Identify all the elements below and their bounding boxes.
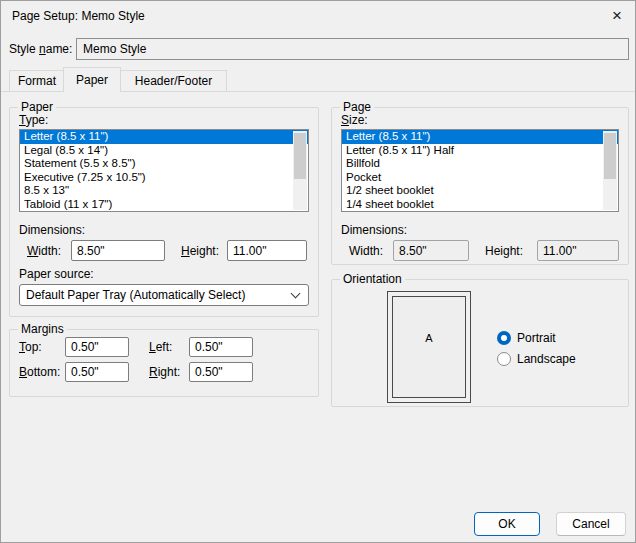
orientation-preview-page: A xyxy=(392,296,466,398)
margin-right-label: Right: xyxy=(149,365,180,379)
cancel-button[interactable]: Cancel xyxy=(556,512,626,536)
close-button[interactable]: × xyxy=(599,1,635,31)
list-item[interactable]: 8.5 x 13" xyxy=(20,184,308,198)
group-orientation: Orientation xyxy=(331,279,629,407)
paper-dimensions-label: Dimensions: xyxy=(19,223,85,237)
paper-type-scrollbar[interactable] xyxy=(293,131,307,210)
paper-width-input[interactable] xyxy=(71,240,165,261)
page-height-label: Height: xyxy=(485,244,523,258)
paper-height-label: Height: xyxy=(181,244,219,258)
margin-top-input[interactable] xyxy=(65,337,129,357)
page-height-input xyxy=(537,240,619,261)
page-size-scrollbar[interactable] xyxy=(603,131,617,210)
paper-source-value: Default Paper Tray (Automatically Select… xyxy=(26,285,245,305)
margin-top-label: Top: xyxy=(19,340,42,354)
titlebar: Page Setup: Memo Style × xyxy=(1,1,635,31)
paper-source-dropdown[interactable]: Default Paper Tray (Automatically Select… xyxy=(19,284,309,306)
landscape-radio[interactable] xyxy=(497,352,511,366)
margin-left-label: Left: xyxy=(149,340,172,354)
window-title: Page Setup: Memo Style xyxy=(12,9,145,23)
page-dimensions-label: Dimensions: xyxy=(341,223,407,237)
page-group-caption: Page xyxy=(340,100,374,114)
list-item[interactable]: Letter (8.5 x 11") xyxy=(342,130,618,144)
portrait-label[interactable]: Portrait xyxy=(517,331,556,345)
page-size-label: Size: xyxy=(341,113,368,127)
paper-source-label: Paper source: xyxy=(19,267,94,281)
list-item[interactable]: Tabloid (11 x 17") xyxy=(20,198,308,212)
tab-format[interactable]: Format xyxy=(9,70,65,91)
page-width-input xyxy=(393,240,469,261)
margin-bottom-input[interactable] xyxy=(65,362,129,382)
preview-letter: A xyxy=(425,332,432,344)
margin-left-input[interactable] xyxy=(189,337,253,357)
list-item[interactable]: Letter (8.5 x 11") xyxy=(20,130,308,144)
list-item[interactable]: 1/4 sheet booklet xyxy=(342,198,618,212)
orientation-preview: A xyxy=(387,291,471,403)
tab-paper[interactable]: Paper xyxy=(63,67,121,92)
margin-right-input[interactable] xyxy=(189,362,253,382)
page-size-listbox[interactable]: Letter (8.5 x 11") Letter (8.5 x 11") Ha… xyxy=(341,129,619,212)
margin-bottom-label: Bottom: xyxy=(19,365,60,379)
list-item[interactable]: Executive (7.25 x 10.5") xyxy=(20,171,308,185)
margins-group-caption: Margins xyxy=(18,322,67,336)
page-width-label: Width: xyxy=(349,244,383,258)
paper-type-label: Type: xyxy=(19,113,48,127)
portrait-radio[interactable] xyxy=(497,331,511,345)
paper-height-input[interactable] xyxy=(227,240,307,261)
orientation-group-caption: Orientation xyxy=(340,272,405,286)
page-setup-dialog: Page Setup: Memo Style × Style name: Mem… xyxy=(0,0,636,543)
ok-button[interactable]: OK xyxy=(474,512,540,536)
tab-header-footer[interactable]: Header/Footer xyxy=(120,70,227,91)
list-item[interactable]: Pocket xyxy=(342,171,618,185)
style-name-label: Style name: xyxy=(9,42,72,56)
style-name-input: Memo Style xyxy=(76,38,629,60)
landscape-label[interactable]: Landscape xyxy=(517,352,576,366)
list-item[interactable]: Billfold xyxy=(342,157,618,171)
scrollbar-thumb[interactable] xyxy=(604,133,616,179)
list-item[interactable]: Letter (8.5 x 11") Half xyxy=(342,144,618,158)
list-item[interactable]: Legal (8.5 x 14") xyxy=(20,144,308,158)
paper-width-label: Width: xyxy=(27,244,61,258)
close-icon: × xyxy=(612,6,622,26)
list-item[interactable]: 1/2 sheet booklet xyxy=(342,184,618,198)
list-item[interactable]: Statement (5.5 x 8.5") xyxy=(20,157,308,171)
scrollbar-thumb[interactable] xyxy=(294,133,306,179)
paper-group-caption: Paper xyxy=(18,100,56,114)
chevron-down-icon xyxy=(291,289,301,299)
paper-type-listbox[interactable]: Letter (8.5 x 11") Legal (8.5 x 14") Sta… xyxy=(19,129,309,212)
